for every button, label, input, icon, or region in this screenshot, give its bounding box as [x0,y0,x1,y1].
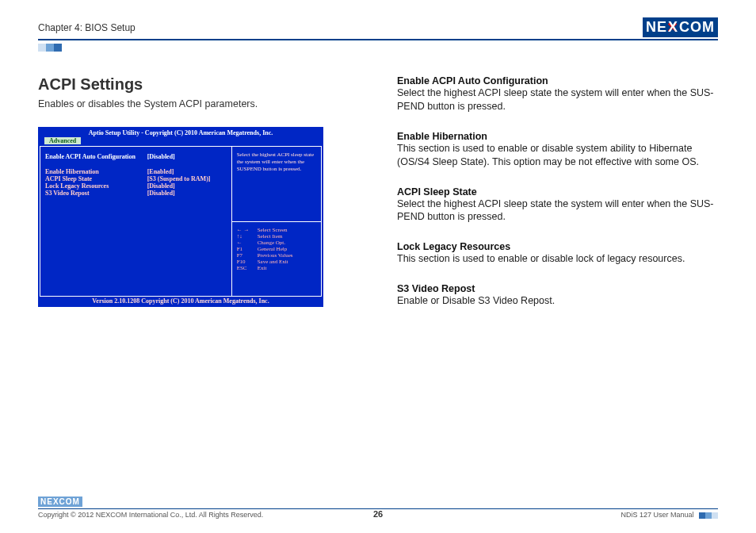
legend-key: ESC [237,265,258,271]
bios-footer: Version 2.10.1208 Copyright (C) 2010 Ame… [40,297,322,305]
bios-option-row: ACPI Sleep State [S3 (Suspend to RAM)] [45,175,227,182]
legend-key: ↑↓ [237,233,258,240]
legend-row: ← →Select Screen [237,227,316,233]
header-squares [38,44,718,52]
footer-logo: NEXCOM [38,497,82,507]
bios-options-pane: Enable ACPI Auto Configuration [Disabled… [40,146,231,297]
legend-val: Change Opt. [258,240,285,246]
bios-option-row: S3 Video Repost [Disabled] [45,190,227,197]
bios-title-bar: Aptio Setup Utility - Copyright (C) 2010… [40,128,322,137]
bios-help-pane: Select the highest ACPI sleep state the … [231,146,322,297]
chapter-label: Chapter 4: BIOS Setup [38,22,136,33]
legend-val: Previous Values [258,252,293,259]
section-heading: Lock Legacy Resources [397,241,718,252]
footer-rule [38,508,718,509]
legend-row: F1General Help [237,246,316,252]
section-subtitle: Enables or disables the System ACPI para… [38,98,359,109]
bios-option-label: Enable Hibernation [45,168,147,175]
bios-option-value: [Disabled] [147,153,227,160]
square-icon [712,512,718,519]
bios-tab-row: Advanced [40,137,322,146]
section-paragraph: This section is used to enable or disabl… [397,142,718,169]
section-title: ACPI Settings [38,75,359,94]
page-header: Chapter 4: BIOS Setup NEXCOM [38,17,718,37]
legend-row: ↑↓Select Item [237,233,316,240]
bios-screenshot: Aptio Setup Utility - Copyright (C) 2010… [38,127,323,307]
legend-key: F1 [237,246,258,252]
manual-name: NDiS 127 User Manual [620,511,718,519]
square-icon [46,44,54,52]
bios-help-text: Select the highest ACPI sleep state the … [231,146,322,221]
bios-option-label: Enable ACPI Auto Configuration [45,153,147,160]
header-rule [38,39,718,40]
footer-squares [699,512,718,519]
section-heading: ACPI Sleep State [397,186,718,197]
legend-val: Select Screen [258,227,288,233]
logo-left: NE [646,19,667,36]
footer-row: Copyright © 2012 NEXCOM International Co… [38,511,718,519]
section-heading: Enable ACPI Auto Configuration [397,75,718,86]
legend-key: ← [237,240,258,246]
bios-option-value: [Disabled] [147,190,227,197]
logo-right: COM [679,19,715,36]
square-icon [705,512,712,519]
bios-option-row: Enable ACPI Auto Configuration [Disabled… [45,153,227,160]
bios-legend: ← →Select Screen ↑↓Select Item ←Change O… [231,221,322,297]
left-column: ACPI Settings Enables or disables the Sy… [38,75,359,325]
legend-row: ESCExit [237,265,316,271]
logo-box: NEXCOM [643,17,718,37]
bios-option-value: [Enabled] [147,168,227,175]
nexcom-logo: NEXCOM [643,17,718,37]
legend-row: ←Change Opt. [237,240,316,246]
bios-option-value: [S3 (Suspend to RAM)] [147,175,227,182]
bios-option-row: Lock Legacy Resources [Disabled] [45,182,227,190]
bios-body: Enable ACPI Auto Configuration [Disabled… [40,146,322,297]
legend-row: F7Previous Values [237,252,316,259]
logo-x-icon: X [667,19,679,36]
bios-option-row: Enable Hibernation [Enabled] [45,168,227,175]
section-paragraph: Enable or Disable S3 Video Repost. [397,294,718,308]
legend-row: F10Save and Exit [237,259,316,265]
bios-gap [45,160,227,168]
legend-val: Select Item [258,233,283,240]
right-column: Enable ACPI Auto Configuration Select th… [397,75,718,325]
legend-val: Save and Exit [258,259,288,265]
bios-option-label: Lock Legacy Resources [45,182,147,190]
legend-key: F10 [237,259,258,265]
bios-option-label: S3 Video Repost [45,190,147,197]
copyright-text: Copyright © 2012 NEXCOM International Co… [38,511,263,519]
section-paragraph: Select the highest ACPI sleep state the … [397,86,718,113]
legend-key: F7 [237,252,258,259]
section-paragraph: Select the highest ACPI sleep state the … [397,197,718,224]
section-heading: Enable Hibernation [397,131,718,142]
content-columns: ACPI Settings Enables or disables the Sy… [38,75,718,325]
square-icon [699,512,705,519]
legend-val: General Help [258,246,288,252]
square-icon [54,44,62,52]
bios-tab-advanced: Advanced [44,137,81,144]
section-paragraph: This section is used to enable or disabl… [397,252,718,266]
legend-val: Exit [258,265,267,271]
legend-key: ← → [237,227,258,233]
section-heading: S3 Video Repost [397,283,718,294]
page-footer: NEXCOM Copyright © 2012 NEXCOM Internati… [38,493,718,519]
square-icon [38,44,46,52]
bios-option-value: [Disabled] [147,182,227,190]
bios-option-label: ACPI Sleep State [45,175,147,182]
